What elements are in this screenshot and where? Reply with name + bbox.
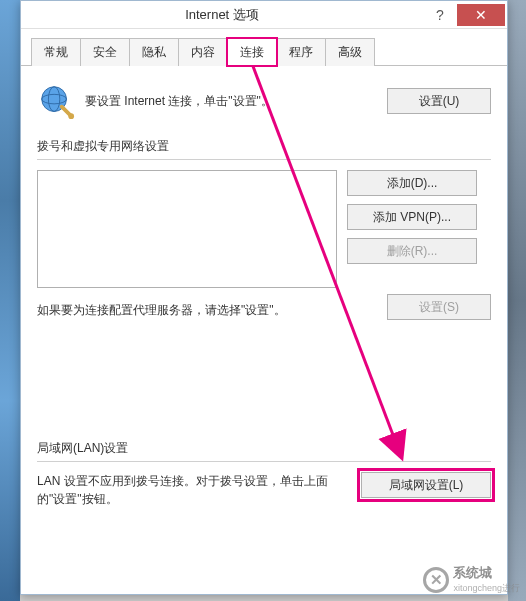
dialup-connections-listbox[interactable] (37, 170, 337, 288)
watermark-text: 系统城 (453, 564, 520, 582)
tab-connections[interactable]: 连接 (227, 38, 277, 66)
divider (37, 159, 491, 160)
add-button[interactable]: 添加(D)... (347, 170, 477, 196)
titlebar: Internet 选项 ? ✕ (21, 1, 507, 29)
lan-settings-button[interactable]: 局域网设置(L) (361, 472, 491, 498)
setup-button[interactable]: 设置(U) (387, 88, 491, 114)
connections-panel: 要设置 Internet 连接，单击"设置"。 设置(U) 拨号和虚拟专用网络设… (21, 66, 507, 518)
watermark: ✕ 系统城 xitongcheng进行 (423, 564, 520, 595)
dialup-settings-button: 设置(S) (387, 294, 491, 320)
close-button[interactable]: ✕ (457, 4, 505, 26)
window-title: Internet 选项 (21, 6, 423, 24)
tab-content[interactable]: 内容 (178, 38, 228, 66)
intro-text: 要设置 Internet 连接，单击"设置"。 (85, 93, 377, 110)
internet-options-dialog: Internet 选项 ? ✕ 常规 安全 隐私 内容 连接 程序 高级 要设置… (20, 0, 508, 595)
tab-programs[interactable]: 程序 (276, 38, 326, 66)
watermark-icon: ✕ (423, 567, 449, 593)
help-button[interactable]: ? (423, 4, 457, 26)
tab-general[interactable]: 常规 (31, 38, 81, 66)
tab-strip: 常规 安全 隐私 内容 连接 程序 高级 (21, 29, 507, 66)
proxy-note: 如果要为连接配置代理服务器，请选择"设置"。 (37, 302, 351, 319)
lan-group-label: 局域网(LAN)设置 (37, 440, 491, 457)
tab-advanced[interactable]: 高级 (325, 38, 375, 66)
add-vpn-button[interactable]: 添加 VPN(P)... (347, 204, 477, 230)
remove-button: 删除(R)... (347, 238, 477, 264)
globe-connect-icon (37, 82, 75, 120)
dialup-group-label: 拨号和虚拟专用网络设置 (37, 138, 491, 155)
tab-security[interactable]: 安全 (80, 38, 130, 66)
svg-point-3 (68, 113, 74, 119)
lan-description: LAN 设置不应用到拨号连接。对于拨号设置，单击上面的"设置"按钮。 (37, 472, 347, 508)
watermark-sub: xitongcheng进行 (453, 582, 520, 595)
tab-privacy[interactable]: 隐私 (129, 38, 179, 66)
divider (37, 461, 491, 462)
